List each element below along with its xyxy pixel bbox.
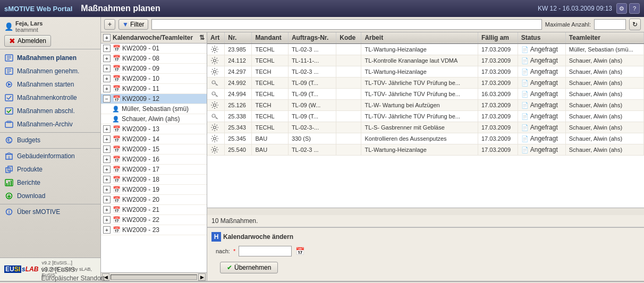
- tree-label-kw21: KW2009 - 21: [122, 206, 159, 213]
- tree-item-kw2009-09[interactable]: + 📅 KW2009 - 09: [101, 64, 207, 74]
- settings-icon[interactable]: ⚙: [616, 3, 627, 14]
- table-row[interactable]: 25.540 BAU TL-02-3 ... TL-Wartung-Heizan…: [207, 144, 644, 156]
- tree-expand-kw12[interactable]: −: [103, 95, 111, 102]
- tree-item-kw2009-22[interactable]: + 📅 KW2009 - 22: [101, 215, 207, 225]
- sidebar-item-massnahmen-planen[interactable]: Maßnahmen planen: [0, 52, 100, 65]
- tree-expand-all[interactable]: +: [103, 34, 111, 41]
- panel-section-title: Kalendarwoche ändern: [223, 233, 293, 241]
- tree-scroll-track[interactable]: [111, 275, 197, 280]
- tree-item-kw2009-13[interactable]: + 📅 KW2009 - 13: [101, 124, 207, 134]
- tree-expand-kw15[interactable]: +: [103, 145, 111, 153]
- table-scrollbar-bottom[interactable]: [207, 208, 644, 215]
- tree-item-kw2009-20[interactable]: + 📅 KW2009 - 20: [101, 195, 207, 205]
- table-row[interactable]: 24.112 TECHL TL-11-1-... TL-Kontrolle Kr…: [207, 55, 644, 66]
- sidebar-item-gebaeudeinformation[interactable]: Gebäudeinformation: [0, 150, 100, 163]
- col-auftrags-nr[interactable]: Auftrags-Nr.: [288, 32, 336, 44]
- tree-sort-icon[interactable]: ⇅: [199, 34, 205, 41]
- cell-nr: 25.540: [225, 144, 252, 156]
- count-bar: 10 Maßnahmen.: [207, 215, 644, 227]
- tree-expand-kw14[interactable]: +: [103, 135, 111, 143]
- filter-button[interactable]: ▼ Filter: [118, 19, 148, 30]
- tree-expand-kw23[interactable]: +: [103, 226, 111, 234]
- col-mandant[interactable]: Mandant: [252, 32, 288, 44]
- table-row[interactable]: 24.297 TECH TL-02-3 ... TL-Wartung-Heiza…: [207, 66, 644, 78]
- cell-auftrags-nr: TL-02-3 ...: [288, 144, 336, 156]
- col-status[interactable]: Status: [518, 32, 565, 44]
- tree-item-kw2009-23[interactable]: + 📅 KW2009 - 23: [101, 225, 207, 235]
- tree-expand-kw09[interactable]: +: [103, 65, 111, 72]
- col-arbeit[interactable]: Arbeit: [361, 32, 478, 44]
- search-input[interactable]: [151, 19, 542, 30]
- table-row[interactable]: 24.994 TECHL TL-09 (T... TL-TÜV- Jährlic…: [207, 89, 644, 100]
- cell-faellig: 17.03.2009: [478, 44, 518, 55]
- date-input[interactable]: [239, 246, 292, 256]
- tree-item-kw2009-14[interactable]: + 📅 KW2009 - 14: [101, 134, 207, 144]
- tree-item-kw2009-10[interactable]: + 📅 KW2009 - 10: [101, 74, 207, 84]
- sidebar-item-produkte[interactable]: Produkte: [0, 163, 100, 176]
- sidebar-item-massnahmen-abschl[interactable]: Maßnahmen abschl.: [0, 105, 100, 118]
- tree-item-kw2009-19[interactable]: + 📅 KW2009 - 19: [101, 185, 207, 195]
- tree-expand-kw22[interactable]: +: [103, 216, 111, 224]
- sidebar-item-massnahmen-genehm[interactable]: Maßnahmen genehm.: [0, 65, 100, 78]
- tree-item-kw2009-15[interactable]: + 📅 KW2009 - 15: [101, 144, 207, 155]
- table-container[interactable]: Art Nr. Mandant Auftrags-Nr. Kode Arbeit…: [207, 32, 644, 208]
- tree-item-kw2009-17[interactable]: + 📅 KW2009 - 17: [101, 165, 207, 175]
- calendar-button[interactable]: 📅: [295, 246, 304, 256]
- svg-rect-23: [9, 182, 10, 185]
- required-marker: *: [233, 248, 235, 254]
- cal-icon-kw10: 📅: [112, 75, 121, 82]
- tree-expand-kw01[interactable]: +: [103, 45, 111, 52]
- table-row[interactable]: 25.345 BAU 330 (S) Kontrollieren des Aus…: [207, 133, 644, 144]
- tree-expand-kw18[interactable]: +: [103, 176, 111, 183]
- tree-item-kw2009-16[interactable]: + 📅 KW2009 - 16: [101, 155, 207, 165]
- add-button[interactable]: +: [104, 19, 115, 30]
- col-nr[interactable]: Nr.: [225, 32, 252, 44]
- tree-item-kw2009-12[interactable]: − 📅 KW2009 - 12: [101, 94, 207, 104]
- tree-expand-kw13[interactable]: +: [103, 125, 111, 133]
- tree-expand-kw19[interactable]: +: [103, 186, 111, 193]
- tree-item-kw2009-01[interactable]: + 📅 KW2009 - 01: [101, 44, 207, 54]
- tree-expand-kw17[interactable]: +: [103, 166, 111, 173]
- logout-button[interactable]: ✖ Abmelden: [4, 35, 51, 47]
- tree-expand-kw10[interactable]: +: [103, 75, 111, 82]
- tree-sub-item-mueller[interactable]: 👤 Müller, Sebastian (smü): [101, 104, 207, 114]
- tree-item-kw2009-18[interactable]: + 📅 KW2009 - 18: [101, 175, 207, 185]
- tree-item-kw2009-11[interactable]: + 📅 KW2009 - 11: [101, 84, 207, 94]
- sidebar-item-berichte[interactable]: Berichte: [0, 176, 100, 190]
- apply-button[interactable]: ✔ Übernehmen: [220, 262, 278, 273]
- sidebar-item-massnahmenkontrolle[interactable]: Maßnahmenkontrolle: [0, 91, 100, 105]
- tree-expand-kw21[interactable]: +: [103, 206, 111, 213]
- table-row[interactable]: 25.126 TECH TL-09 (W... TL-W- Wartung be…: [207, 100, 644, 111]
- table-row[interactable]: 25.343 TECHL TL-02-3-... TL-S- Gasbrenne…: [207, 122, 644, 133]
- refresh-button[interactable]: ↻: [629, 19, 641, 30]
- col-faellig[interactable]: Fällig am: [478, 32, 518, 44]
- sidebar-item-ueber-smotive[interactable]: i Über sMOTIVE: [0, 205, 100, 219]
- col-teamleiter[interactable]: Teamleiter: [565, 32, 643, 44]
- tree-expand-kw20[interactable]: +: [103, 196, 111, 203]
- tree-sub-item-schauer[interactable]: 👤 Schauer, Alwin (ahs): [101, 114, 207, 124]
- filter-icon: ▼: [122, 21, 129, 28]
- tree-expand-kw16[interactable]: +: [103, 156, 111, 163]
- cell-art: [207, 55, 225, 66]
- tree-expand-kw08[interactable]: +: [103, 55, 111, 62]
- tree-expand-kw11[interactable]: +: [103, 85, 111, 92]
- produkte-icon: [4, 165, 14, 174]
- tree-item-kw2009-21[interactable]: + 📅 KW2009 - 21: [101, 205, 207, 215]
- sidebar-item-download[interactable]: Download: [0, 190, 100, 203]
- help-icon[interactable]: ?: [629, 3, 640, 14]
- cell-kode: [336, 111, 361, 122]
- max-anzahl-input[interactable]: [594, 19, 626, 30]
- col-art[interactable]: Art: [207, 32, 225, 44]
- tree-scroll-right[interactable]: ▶: [198, 273, 206, 281]
- table-row[interactable]: 23.985 TECHL TL-02-3 ... TL-Wartung-Heiz…: [207, 44, 644, 55]
- tree-label-kw08: KW2009 - 08: [122, 55, 159, 62]
- sidebar-item-massnahmen-archiv[interactable]: Maßnahmen-Archiv: [0, 118, 100, 131]
- sidebar-item-budgets[interactable]: € Budgets: [0, 134, 100, 147]
- cell-kode: [336, 144, 361, 156]
- col-kode[interactable]: Kode: [336, 32, 361, 44]
- table-row[interactable]: 25.338 TECHL TL-09 (T... TL-TÜV- Jährlic…: [207, 111, 644, 122]
- sidebar-item-massnahmen-starten[interactable]: Maßnahmen starten: [0, 78, 100, 91]
- table-row[interactable]: 24.992 TECHL TL-09 (T... TL-TÜV- Jährlic…: [207, 78, 644, 89]
- cell-nr: 25.338: [225, 111, 252, 122]
- tree-item-kw2009-08[interactable]: + 📅 KW2009 - 08: [101, 54, 207, 64]
